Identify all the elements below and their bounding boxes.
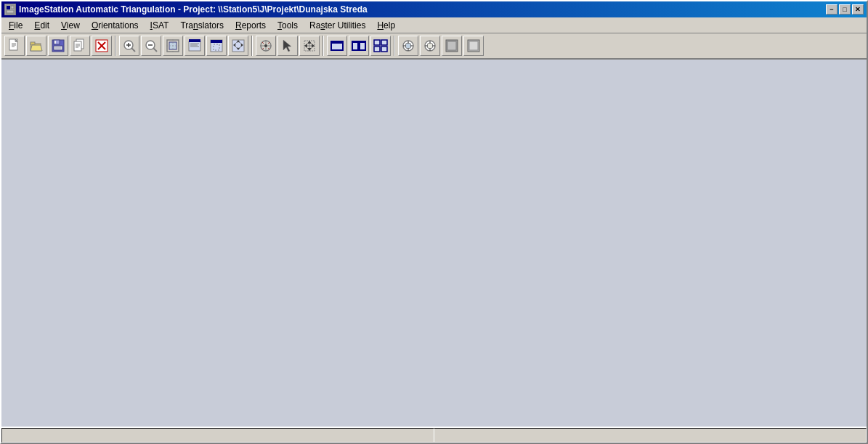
svg-marker-61 (304, 44, 307, 48)
minimize-button[interactable]: − (826, 4, 837, 15)
svg-rect-68 (353, 42, 357, 49)
svg-rect-76 (375, 41, 379, 44)
svg-marker-12 (31, 45, 42, 51)
status-bar (1, 427, 867, 443)
zoom-window-button[interactable] (184, 36, 205, 56)
svg-marker-60 (307, 48, 312, 51)
zoom-in-button[interactable] (119, 36, 139, 56)
gray-box2-button[interactable] (463, 36, 484, 56)
menu-file[interactable]: File (3, 18, 28, 33)
svg-rect-43 (211, 40, 222, 43)
svg-rect-69 (360, 42, 365, 49)
title-bar-left: ImageStation Automatic Triangulation - P… (4, 4, 368, 15)
main-window: ImageStation Automatic Triangulation - P… (0, 0, 868, 444)
svg-rect-71 (360, 41, 365, 43)
svg-rect-2 (11, 6, 14, 9)
menu-bar: File Edit View Orientations ISAT Transla… (1, 17, 867, 33)
menu-orientations[interactable]: Orientations (86, 18, 145, 33)
svg-point-87 (427, 43, 433, 49)
gray-box1-button[interactable] (442, 36, 462, 56)
svg-rect-17 (55, 47, 61, 49)
app-icon (4, 4, 16, 15)
svg-rect-78 (375, 47, 379, 51)
open-button[interactable] (26, 36, 46, 56)
pan-button[interactable] (228, 36, 248, 56)
svg-marker-59 (307, 41, 312, 44)
zoom-extent-button[interactable] (163, 36, 183, 56)
separator-4 (394, 36, 395, 56)
select-button[interactable] (277, 36, 298, 56)
svg-rect-1 (7, 6, 10, 9)
image-tool1-button[interactable] (398, 36, 418, 56)
separator-2 (251, 36, 253, 56)
menu-translators[interactable]: Translators (174, 18, 230, 33)
svg-line-53 (262, 48, 264, 49)
multi-view-button[interactable] (370, 36, 391, 56)
arrow-button[interactable] (299, 36, 320, 56)
close-button[interactable]: ✕ (852, 4, 864, 15)
delete-button[interactable] (92, 36, 112, 56)
zoom-prev-button[interactable] (206, 36, 227, 56)
svg-line-51 (262, 42, 264, 44)
toolbar (1, 33, 867, 60)
status-panel-left (1, 428, 434, 443)
crosshair-button[interactable] (256, 36, 276, 56)
menu-view[interactable]: View (55, 18, 86, 33)
svg-line-52 (268, 42, 269, 44)
menu-raster-utilities[interactable]: Raster Utilities (304, 18, 371, 33)
separator-3 (323, 36, 324, 56)
menu-reports[interactable]: Reports (230, 18, 272, 33)
svg-marker-62 (312, 44, 315, 48)
svg-point-50 (264, 44, 267, 47)
zoom-out-button[interactable] (141, 36, 161, 56)
window-title: ImageStation Automatic Triangulation - P… (19, 4, 368, 15)
title-controls: − □ ✕ (826, 4, 864, 15)
svg-rect-95 (469, 41, 478, 50)
svg-line-31 (153, 48, 157, 52)
copy-button[interactable] (70, 36, 90, 56)
dual-view-button[interactable] (349, 36, 369, 56)
svg-rect-93 (447, 41, 456, 50)
svg-rect-38 (189, 39, 200, 42)
menu-help[interactable]: Help (371, 18, 401, 33)
svg-rect-65 (331, 41, 343, 44)
svg-rect-11 (31, 42, 35, 44)
svg-line-27 (131, 48, 135, 52)
maximize-button[interactable]: □ (839, 4, 851, 15)
svg-rect-77 (382, 41, 386, 44)
svg-line-54 (268, 48, 269, 49)
save-button[interactable] (48, 36, 68, 56)
svg-marker-55 (283, 40, 291, 52)
title-bar: ImageStation Automatic Triangulation - P… (1, 1, 867, 17)
single-view-button[interactable] (327, 36, 347, 56)
svg-point-81 (405, 43, 411, 49)
separator-1 (115, 36, 116, 56)
svg-rect-3 (7, 10, 14, 13)
new-button[interactable] (4, 36, 25, 56)
image-tool2-button[interactable] (420, 36, 440, 56)
menu-tools[interactable]: Tools (272, 18, 304, 33)
svg-rect-79 (382, 47, 386, 51)
menu-isat[interactable]: ISAT (145, 18, 175, 33)
menu-edit[interactable]: Edit (28, 18, 55, 33)
status-panel-right (434, 428, 867, 443)
main-content-area (1, 60, 867, 427)
svg-rect-70 (352, 41, 358, 43)
svg-rect-15 (54, 41, 56, 44)
